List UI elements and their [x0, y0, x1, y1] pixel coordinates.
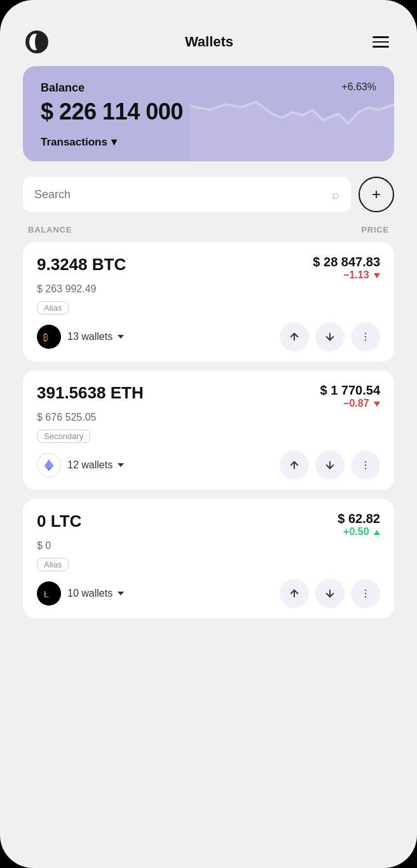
asset-usd-value: $ 263 992.49	[37, 283, 380, 295]
asset-list: 9.3248 BTC $ 28 847.83 −1.13 $ 263 992.4…	[23, 242, 394, 627]
asset-top: 391.5638 ETH $ 1 770.54 −0.87	[37, 383, 380, 409]
search-box: ⌕	[23, 177, 351, 212]
asset-amount: 0 LTC	[37, 512, 81, 531]
alias-tag: Alias	[37, 301, 69, 315]
more-button[interactable]	[351, 451, 380, 480]
receive-button[interactable]	[315, 451, 345, 480]
app-logo	[25, 31, 48, 53]
add-wallet-button[interactable]: +	[359, 177, 394, 212]
page-title: Wallets	[185, 34, 233, 50]
svg-point-19	[365, 590, 366, 591]
asset-amount: 9.3248 BTC	[37, 255, 126, 275]
action-buttons	[280, 579, 380, 608]
receive-button[interactable]	[315, 322, 345, 351]
action-buttons	[280, 322, 380, 351]
svg-point-15	[365, 468, 366, 469]
wallet-count[interactable]: 13 wallets	[67, 331, 124, 342]
asset-price: $ 1 770.54	[320, 383, 380, 398]
menu-button[interactable]	[370, 34, 392, 50]
phone-frame: Wallets Balance +6.63% $ 226 114 000 Tra…	[0, 0, 417, 868]
menu-line-1	[373, 36, 389, 38]
svg-point-14	[365, 465, 366, 466]
asset-top: 0 LTC $ 62.82 +0.50	[37, 512, 380, 538]
wallet-chevron-icon	[118, 463, 124, 467]
change-arrow-up-icon	[374, 530, 380, 535]
eth-icon	[37, 453, 61, 477]
send-button[interactable]	[280, 322, 309, 351]
price-col: $ 1 770.54 −0.87	[320, 383, 380, 409]
alias-tag: Secondary	[37, 430, 90, 443]
transactions-label: Transactions	[41, 136, 107, 149]
asset-footer: ₿ 13 wallets	[37, 322, 380, 351]
asset-price: $ 62.82	[338, 512, 380, 526]
svg-point-20	[365, 593, 366, 594]
transactions-button[interactable]: Transactions ▾	[41, 135, 117, 149]
wallet-count[interactable]: 10 wallets	[67, 588, 124, 599]
svg-text:₿: ₿	[43, 331, 48, 342]
search-row: ⌕ +	[23, 177, 394, 212]
asset-footer: 12 wallets	[37, 451, 380, 480]
asset-card: 391.5638 ETH $ 1 770.54 −0.87 $ 676 525.…	[23, 370, 394, 490]
btc-icon: ₿	[37, 325, 61, 349]
menu-line-3	[373, 46, 389, 48]
app-header: Wallets	[23, 31, 394, 66]
wallet-chevron-icon	[118, 335, 124, 339]
change-arrow-down-icon	[374, 273, 380, 278]
asset-top: 9.3248 BTC $ 28 847.83 −1.13	[37, 255, 380, 281]
svg-point-8	[365, 339, 366, 341]
asset-card: 9.3248 BTC $ 28 847.83 −1.13 $ 263 992.4…	[23, 242, 394, 362]
send-button[interactable]	[280, 451, 309, 480]
balance-card: Balance +6.63% $ 226 114 000 Transaction…	[23, 66, 394, 161]
asset-usd-value: $ 0	[37, 540, 380, 552]
alias-tag: Alias	[37, 558, 69, 571]
ltc-icon: Ł	[37, 581, 61, 606]
receive-button[interactable]	[315, 579, 345, 608]
balance-chart	[190, 66, 394, 161]
svg-text:Ł: Ł	[44, 589, 49, 599]
asset-footer: Ł 10 wallets	[37, 579, 380, 608]
price-col: $ 28 847.83 −1.13	[313, 255, 380, 281]
svg-point-7	[365, 336, 366, 337]
svg-point-13	[365, 461, 366, 463]
send-button[interactable]	[280, 579, 309, 608]
wallet-count[interactable]: 12 wallets	[67, 459, 124, 471]
more-button[interactable]	[351, 322, 380, 351]
table-headers: BALANCE PRICE	[23, 225, 394, 242]
asset-usd-value: $ 676 525.05	[37, 412, 380, 423]
action-buttons	[280, 451, 380, 480]
asset-change: −1.13	[313, 269, 380, 281]
wallet-chevron-icon	[118, 592, 124, 595]
asset-card: 0 LTC $ 62.82 +0.50 $ 0 Alias Ł 10 walle…	[23, 499, 394, 618]
search-input[interactable]	[34, 188, 325, 201]
svg-point-2	[35, 34, 41, 50]
menu-line-2	[373, 41, 389, 43]
wallet-info: 12 wallets	[37, 453, 124, 477]
svg-point-21	[365, 596, 366, 597]
transactions-chevron-icon: ▾	[111, 135, 117, 149]
balance-label: Balance	[41, 81, 85, 95]
more-button[interactable]	[351, 579, 380, 608]
wallet-info: Ł 10 wallets	[37, 581, 124, 606]
asset-price: $ 28 847.83	[313, 255, 380, 269]
wallet-info: ₿ 13 wallets	[37, 325, 124, 349]
asset-change: +0.50	[338, 526, 380, 538]
search-icon: ⌕	[332, 187, 339, 202]
col-balance-header: BALANCE	[28, 225, 72, 234]
asset-change: −0.87	[320, 398, 380, 409]
asset-amount: 391.5638 ETH	[37, 383, 144, 403]
col-price-header: PRICE	[361, 225, 389, 234]
price-col: $ 62.82 +0.50	[338, 512, 380, 538]
change-arrow-down-icon	[374, 402, 380, 407]
svg-point-6	[365, 333, 366, 334]
